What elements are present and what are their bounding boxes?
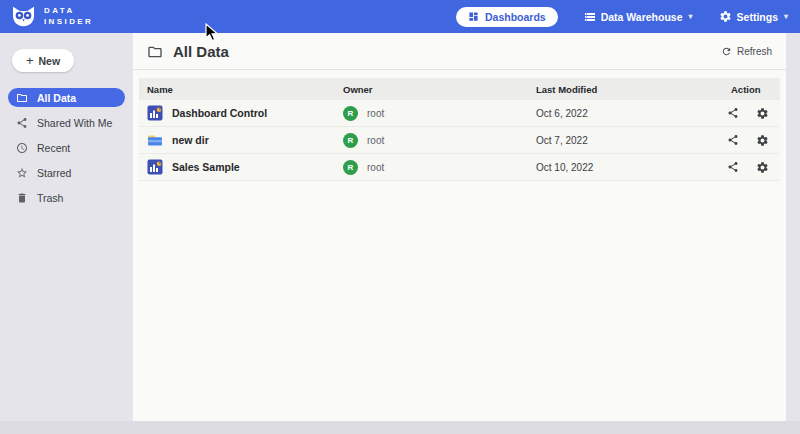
clock-icon (16, 142, 28, 154)
data-warehouse-menu[interactable]: Data Warehouse ▾ (584, 11, 693, 23)
sidebar-item-all-data[interactable]: All Data (8, 88, 125, 107)
refresh-label: Refresh (737, 46, 772, 57)
sidebar-item-label: Trash (37, 192, 63, 204)
plus-icon: + (26, 54, 34, 67)
bottom-strip (0, 421, 800, 434)
dashboards-button[interactable]: Dashboards (456, 7, 558, 27)
table-row[interactable]: new dir R root Oct 7, 2022 (139, 127, 780, 154)
settings-menu[interactable]: Settings ▾ (719, 10, 788, 23)
share-icon (16, 117, 28, 129)
settings-action-icon[interactable] (756, 107, 769, 120)
brand: DATA INSIDER (10, 5, 93, 28)
sidebar-item-shared-with-me[interactable]: Shared With Me (8, 113, 125, 132)
folder-file-icon (147, 132, 163, 148)
all-data-panel: All Data Refresh Name Owner Last Modifie… (133, 33, 786, 421)
star-icon (16, 167, 28, 179)
page-title: All Data (173, 43, 229, 60)
share-action-icon[interactable] (727, 161, 739, 173)
sidebar: + New All Data Shared With Me Recent (0, 33, 133, 421)
dashboards-label: Dashboards (485, 11, 546, 23)
file-name: new dir (172, 134, 209, 146)
last-modified-date: Oct 6, 2022 (528, 108, 723, 119)
table-header-row: Name Owner Last Modified Action (139, 78, 780, 100)
settings-action-icon[interactable] (756, 134, 769, 147)
column-header-owner: Owner (335, 84, 528, 95)
brand-title: DATA INSIDER (44, 6, 93, 28)
column-header-last-modified: Last Modified (528, 84, 723, 95)
owner-name: root (367, 108, 384, 119)
folder-outline-icon (147, 44, 163, 60)
sidebar-item-starred[interactable]: Starred (8, 163, 125, 182)
sidebar-item-trash[interactable]: Trash (8, 188, 125, 207)
owner-avatar: R (343, 133, 358, 148)
settings-action-icon[interactable] (756, 161, 769, 174)
owl-logo-icon (10, 5, 37, 28)
chevron-down-icon: ▾ (689, 12, 693, 21)
gear-icon (719, 10, 732, 23)
refresh-icon (721, 46, 732, 57)
refresh-button[interactable]: Refresh (721, 46, 772, 57)
file-name: Dashboard Control (172, 107, 267, 119)
sidebar-item-label: Starred (37, 167, 71, 179)
data-warehouse-label: Data Warehouse (601, 11, 683, 23)
table-row[interactable]: Dashboard Control R root Oct 6, 2022 (139, 100, 780, 127)
new-button-label: New (39, 55, 61, 67)
files-table: Name Owner Last Modified Action (139, 78, 780, 181)
dashboard-file-icon (147, 105, 163, 121)
settings-label: Settings (737, 11, 778, 23)
owner-avatar: R (343, 160, 358, 175)
file-name: Sales Sample (172, 161, 240, 173)
folder-icon (16, 92, 28, 104)
chevron-down-icon: ▾ (784, 12, 788, 21)
sidebar-item-label: Shared With Me (37, 117, 112, 129)
share-action-icon[interactable] (727, 107, 739, 119)
database-icon (584, 11, 596, 23)
top-navbar: DATA INSIDER Dashboards Data Warehouse ▾… (0, 0, 800, 33)
last-modified-date: Oct 10, 2022 (528, 162, 723, 173)
share-action-icon[interactable] (727, 134, 739, 146)
owner-avatar: R (343, 106, 358, 121)
table-row[interactable]: Sales Sample R root Oct 10, 2022 (139, 154, 780, 181)
sidebar-item-label: Recent (37, 142, 70, 154)
dashboard-icon (468, 11, 479, 22)
sidebar-item-recent[interactable]: Recent (8, 138, 125, 157)
dashboard-file-icon (147, 159, 163, 175)
owner-name: root (367, 162, 384, 173)
sidebar-item-label: All Data (37, 92, 76, 104)
last-modified-date: Oct 7, 2022 (528, 135, 723, 146)
column-header-action: Action (723, 84, 780, 95)
new-button[interactable]: + New (12, 49, 74, 72)
owner-name: root (367, 135, 384, 146)
column-header-name: Name (139, 84, 335, 95)
trash-icon (16, 192, 28, 204)
